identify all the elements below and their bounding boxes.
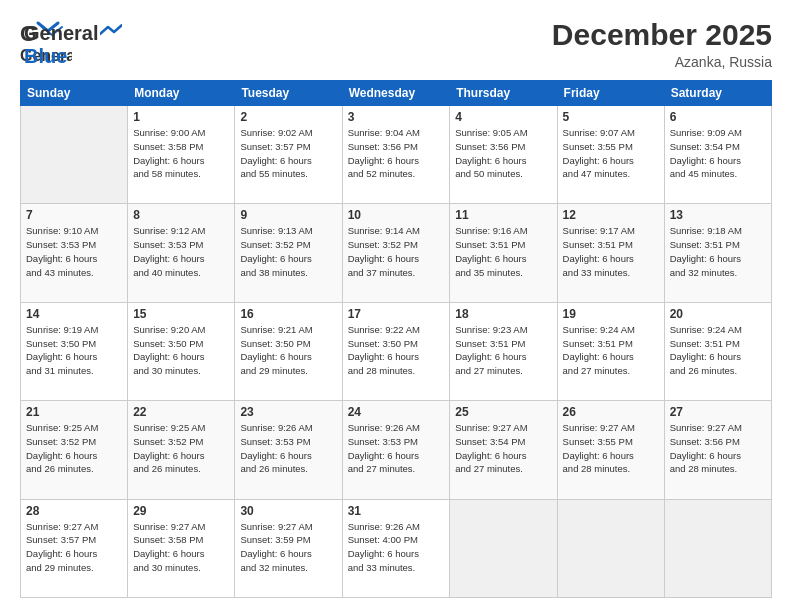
calendar-cell: 19Sunrise: 9:24 AMSunset: 3:51 PMDayligh…	[557, 302, 664, 400]
calendar-cell: 9Sunrise: 9:13 AMSunset: 3:52 PMDaylight…	[235, 204, 342, 302]
day-number: 13	[670, 208, 766, 222]
day-info: Sunrise: 9:26 AMSunset: 3:53 PMDaylight:…	[240, 421, 336, 476]
day-info: Sunrise: 9:09 AMSunset: 3:54 PMDaylight:…	[670, 126, 766, 181]
day-number: 9	[240, 208, 336, 222]
day-info: Sunrise: 9:04 AMSunset: 3:56 PMDaylight:…	[348, 126, 445, 181]
day-info: Sunrise: 9:20 AMSunset: 3:50 PMDaylight:…	[133, 323, 229, 378]
calendar-cell: 30Sunrise: 9:27 AMSunset: 3:59 PMDayligh…	[235, 499, 342, 597]
calendar-cell: 24Sunrise: 9:26 AMSunset: 3:53 PMDayligh…	[342, 401, 450, 499]
calendar-cell: 26Sunrise: 9:27 AMSunset: 3:55 PMDayligh…	[557, 401, 664, 499]
calendar-cell: 17Sunrise: 9:22 AMSunset: 3:50 PMDayligh…	[342, 302, 450, 400]
day-info: Sunrise: 9:27 AMSunset: 3:55 PMDaylight:…	[563, 421, 659, 476]
day-number: 4	[455, 110, 551, 124]
location-subtitle: Azanka, Russia	[552, 54, 772, 70]
day-number: 1	[133, 110, 229, 124]
calendar-cell	[21, 106, 128, 204]
day-number: 26	[563, 405, 659, 419]
day-number: 25	[455, 405, 551, 419]
calendar-cell: 8Sunrise: 9:12 AMSunset: 3:53 PMDaylight…	[128, 204, 235, 302]
calendar-cell: 15Sunrise: 9:20 AMSunset: 3:50 PMDayligh…	[128, 302, 235, 400]
calendar-week-5: 28Sunrise: 9:27 AMSunset: 3:57 PMDayligh…	[21, 499, 772, 597]
day-number: 27	[670, 405, 766, 419]
header-sunday: Sunday	[21, 81, 128, 106]
day-number: 30	[240, 504, 336, 518]
day-number: 2	[240, 110, 336, 124]
header-tuesday: Tuesday	[235, 81, 342, 106]
calendar-cell: 29Sunrise: 9:27 AMSunset: 3:58 PMDayligh…	[128, 499, 235, 597]
calendar-cell: 14Sunrise: 9:19 AMSunset: 3:50 PMDayligh…	[21, 302, 128, 400]
day-info: Sunrise: 9:25 AMSunset: 3:52 PMDaylight:…	[133, 421, 229, 476]
calendar-cell: 22Sunrise: 9:25 AMSunset: 3:52 PMDayligh…	[128, 401, 235, 499]
page-header: G General General Blue Decem	[20, 18, 772, 70]
calendar-cell: 31Sunrise: 9:26 AMSunset: 4:00 PMDayligh…	[342, 499, 450, 597]
calendar-cell: 11Sunrise: 9:16 AMSunset: 3:51 PMDayligh…	[450, 204, 557, 302]
day-number: 21	[26, 405, 122, 419]
calendar-cell: 23Sunrise: 9:26 AMSunset: 3:53 PMDayligh…	[235, 401, 342, 499]
calendar-week-3: 14Sunrise: 9:19 AMSunset: 3:50 PMDayligh…	[21, 302, 772, 400]
day-info: Sunrise: 9:21 AMSunset: 3:50 PMDaylight:…	[240, 323, 336, 378]
day-info: Sunrise: 9:17 AMSunset: 3:51 PMDaylight:…	[563, 224, 659, 279]
day-number: 10	[348, 208, 445, 222]
calendar-cell	[557, 499, 664, 597]
day-number: 5	[563, 110, 659, 124]
day-number: 28	[26, 504, 122, 518]
calendar-cell: 13Sunrise: 9:18 AMSunset: 3:51 PMDayligh…	[664, 204, 771, 302]
day-info: Sunrise: 9:05 AMSunset: 3:56 PMDaylight:…	[455, 126, 551, 181]
month-title: December 2025	[552, 18, 772, 52]
day-number: 11	[455, 208, 551, 222]
day-number: 3	[348, 110, 445, 124]
calendar-cell: 1Sunrise: 9:00 AMSunset: 3:58 PMDaylight…	[128, 106, 235, 204]
day-info: Sunrise: 9:26 AMSunset: 3:53 PMDaylight:…	[348, 421, 445, 476]
day-number: 18	[455, 307, 551, 321]
day-number: 22	[133, 405, 229, 419]
day-number: 17	[348, 307, 445, 321]
calendar-cell	[450, 499, 557, 597]
logo-bird-icon	[100, 24, 122, 38]
day-number: 29	[133, 504, 229, 518]
day-info: Sunrise: 9:27 AMSunset: 3:57 PMDaylight:…	[26, 520, 122, 575]
day-info: Sunrise: 9:26 AMSunset: 4:00 PMDaylight:…	[348, 520, 445, 575]
calendar-cell: 20Sunrise: 9:24 AMSunset: 3:51 PMDayligh…	[664, 302, 771, 400]
day-info: Sunrise: 9:23 AMSunset: 3:51 PMDaylight:…	[455, 323, 551, 378]
calendar-cell: 10Sunrise: 9:14 AMSunset: 3:52 PMDayligh…	[342, 204, 450, 302]
day-number: 8	[133, 208, 229, 222]
day-number: 31	[348, 504, 445, 518]
calendar-cell: 28Sunrise: 9:27 AMSunset: 3:57 PMDayligh…	[21, 499, 128, 597]
day-info: Sunrise: 9:19 AMSunset: 3:50 PMDaylight:…	[26, 323, 122, 378]
calendar-cell: 2Sunrise: 9:02 AMSunset: 3:57 PMDaylight…	[235, 106, 342, 204]
day-number: 19	[563, 307, 659, 321]
calendar-cell: 18Sunrise: 9:23 AMSunset: 3:51 PMDayligh…	[450, 302, 557, 400]
day-info: Sunrise: 9:00 AMSunset: 3:58 PMDaylight:…	[133, 126, 229, 181]
calendar-cell: 25Sunrise: 9:27 AMSunset: 3:54 PMDayligh…	[450, 401, 557, 499]
day-number: 16	[240, 307, 336, 321]
calendar-cell: 21Sunrise: 9:25 AMSunset: 3:52 PMDayligh…	[21, 401, 128, 499]
logo-general-text: General	[24, 22, 98, 45]
day-info: Sunrise: 9:14 AMSunset: 3:52 PMDaylight:…	[348, 224, 445, 279]
day-info: Sunrise: 9:27 AMSunset: 3:58 PMDaylight:…	[133, 520, 229, 575]
logo: G General General Blue	[20, 18, 122, 68]
calendar-week-4: 21Sunrise: 9:25 AMSunset: 3:52 PMDayligh…	[21, 401, 772, 499]
day-info: Sunrise: 9:07 AMSunset: 3:55 PMDaylight:…	[563, 126, 659, 181]
day-number: 7	[26, 208, 122, 222]
day-number: 20	[670, 307, 766, 321]
title-block: December 2025 Azanka, Russia	[552, 18, 772, 70]
day-number: 23	[240, 405, 336, 419]
day-info: Sunrise: 9:24 AMSunset: 3:51 PMDaylight:…	[563, 323, 659, 378]
day-info: Sunrise: 9:13 AMSunset: 3:52 PMDaylight:…	[240, 224, 336, 279]
day-info: Sunrise: 9:24 AMSunset: 3:51 PMDaylight:…	[670, 323, 766, 378]
calendar-cell: 7Sunrise: 9:10 AMSunset: 3:53 PMDaylight…	[21, 204, 128, 302]
day-info: Sunrise: 9:22 AMSunset: 3:50 PMDaylight:…	[348, 323, 445, 378]
logo-blue-text: Blue	[24, 45, 122, 68]
day-number: 12	[563, 208, 659, 222]
day-info: Sunrise: 9:12 AMSunset: 3:53 PMDaylight:…	[133, 224, 229, 279]
day-info: Sunrise: 9:02 AMSunset: 3:57 PMDaylight:…	[240, 126, 336, 181]
day-number: 14	[26, 307, 122, 321]
day-number: 24	[348, 405, 445, 419]
calendar-cell: 4Sunrise: 9:05 AMSunset: 3:56 PMDaylight…	[450, 106, 557, 204]
header-monday: Monday	[128, 81, 235, 106]
day-info: Sunrise: 9:16 AMSunset: 3:51 PMDaylight:…	[455, 224, 551, 279]
day-info: Sunrise: 9:18 AMSunset: 3:51 PMDaylight:…	[670, 224, 766, 279]
day-info: Sunrise: 9:10 AMSunset: 3:53 PMDaylight:…	[26, 224, 122, 279]
calendar-table: SundayMondayTuesdayWednesdayThursdayFrid…	[20, 80, 772, 598]
day-info: Sunrise: 9:27 AMSunset: 3:59 PMDaylight:…	[240, 520, 336, 575]
